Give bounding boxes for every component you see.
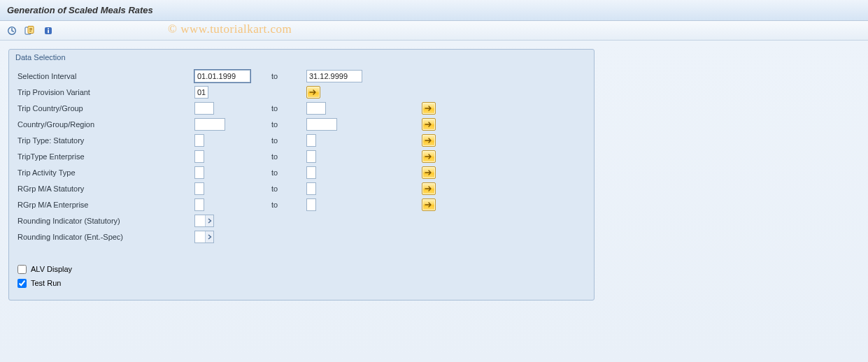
row-trip-provision-variant: Trip Provision Variant [16,85,587,100]
rounding-entspec-matchcode[interactable] [194,231,214,243]
label-trip-type-statutory: Trip Type: Statutory [16,136,194,145]
row-selection-interval: Selection Interval to [16,68,587,84]
trip-country-group-to-input[interactable] [306,102,326,115]
content-area: Data Selection Selection Interval to Tri… [0,41,868,362]
label-trip-country-group: Trip Country/Group [16,104,194,113]
row-trip-type-enterprise: TripType Enterprise to [16,149,587,164]
country-group-region-from-input[interactable] [194,118,225,131]
label-country-group-region: Country/Group/Region [16,120,194,129]
trip-type-enterprise-to-input[interactable] [306,150,316,163]
variant-icon [24,26,36,36]
test-run-label[interactable]: Test Run [31,279,61,287]
to-label: to [271,184,306,193]
label-trip-activity-type: Trip Activity Type [16,168,194,177]
trip-type-statutory-from-input[interactable] [194,134,204,147]
arrow-right-icon [309,89,318,96]
arrow-right-icon [425,105,433,112]
trip-activity-type-multi-button[interactable] [422,166,436,179]
selection-interval-from-input[interactable] [194,70,250,82]
to-label: to [271,168,306,177]
title-bar: Generation of Scaled Meals Rates [0,0,868,21]
rounding-statutory-input[interactable] [195,215,205,226]
watermark: © www.tutorialkart.com [168,22,292,36]
arrow-right-icon [425,153,433,160]
to-label: to [271,104,306,113]
arrow-right-icon [425,185,433,192]
svg-rect-4 [48,28,49,29]
selection-interval-to-input[interactable] [306,70,362,82]
clock-execute-icon [7,26,17,36]
rgrp-ma-enterprise-to-input[interactable] [306,198,316,211]
trip-type-enterprise-from-input[interactable] [194,150,204,163]
chevron-right-icon [208,218,212,224]
trip-provision-variant-input[interactable] [194,86,208,99]
rgrp-ma-statutory-from-input[interactable] [194,182,204,195]
trip-country-group-from-input[interactable] [194,102,214,115]
trip-type-statutory-to-input[interactable] [306,134,316,147]
page-title: Generation of Scaled Meals Rates [7,5,153,15]
test-run-checkbox[interactable] [17,279,27,288]
label-rgrp-ma-enterprise: RGrp M/A Enterprise [16,201,194,209]
alv-display-checkbox[interactable] [17,265,27,274]
row-rgrp-ma-enterprise: RGrp M/A Enterprise to [16,197,587,212]
row-trip-type-statutory: Trip Type: Statutory to [16,133,587,148]
execute-button[interactable] [4,24,20,38]
label-rounding-statutory: Rounding Indicator (Statutory) [16,217,194,225]
info-icon [43,26,53,36]
label-selection-interval: Selection Interval [16,72,194,80]
data-selection-group: Data Selection Selection Interval to Tri… [8,49,595,301]
row-trip-activity-type: Trip Activity Type to [16,165,587,180]
to-label: to [271,201,306,209]
rgrp-ma-enterprise-multi-button[interactable] [422,198,436,211]
rounding-statutory-matchcode[interactable] [194,215,214,227]
group-title: Data Selection [9,50,594,61]
trip-activity-type-from-input[interactable] [194,166,204,179]
rgrp-ma-enterprise-from-input[interactable] [194,198,204,211]
label-trip-type-enterprise: TripType Enterprise [16,152,194,161]
arrow-right-icon [425,169,433,176]
label-rgrp-ma-statutory: RGrp M/A Statutory [16,184,194,193]
arrow-right-icon [425,137,433,144]
country-group-region-to-input[interactable] [306,118,337,131]
row-test-run: Test Run [16,276,587,290]
row-alv-display: ALV Display [16,262,587,276]
to-label: to [271,136,306,145]
chevron-right-icon [208,234,212,240]
matchcode-button[interactable] [205,231,213,242]
to-label: to [271,152,306,161]
country-group-region-multi-button[interactable] [422,118,436,131]
trip-activity-type-to-input[interactable] [306,166,316,179]
rgrp-ma-statutory-multi-button[interactable] [422,182,436,195]
to-label: to [271,120,306,129]
arrow-right-icon [425,121,433,128]
arrow-right-icon [425,201,433,208]
rounding-entspec-input[interactable] [195,231,205,242]
trip-type-enterprise-multi-button[interactable] [422,150,436,163]
trip-country-group-multi-button[interactable] [422,102,436,115]
to-label: to [271,72,306,80]
matchcode-button[interactable] [205,215,213,226]
row-rounding-statutory: Rounding Indicator (Statutory) [16,213,587,229]
info-button[interactable] [41,24,56,38]
trip-provision-variant-multi-button[interactable] [306,86,320,99]
get-variant-button[interactable] [22,24,38,38]
row-rgrp-ma-statutory: RGrp M/A Statutory to [16,181,587,196]
alv-display-label[interactable]: ALV Display [31,265,72,273]
row-trip-country-group: Trip Country/Group to [16,101,587,116]
application-toolbar: © www.tutorialkart.com [0,21,868,41]
svg-rect-5 [48,30,49,33]
row-rounding-entspec: Rounding Indicator (Ent.-Spec) [16,229,587,245]
rgrp-ma-statutory-to-input[interactable] [306,182,316,195]
label-trip-provision-variant: Trip Provision Variant [16,88,194,96]
row-country-group-region: Country/Group/Region to [16,117,587,132]
label-rounding-entspec: Rounding Indicator (Ent.-Spec) [16,233,194,241]
trip-type-statutory-multi-button[interactable] [422,134,436,147]
